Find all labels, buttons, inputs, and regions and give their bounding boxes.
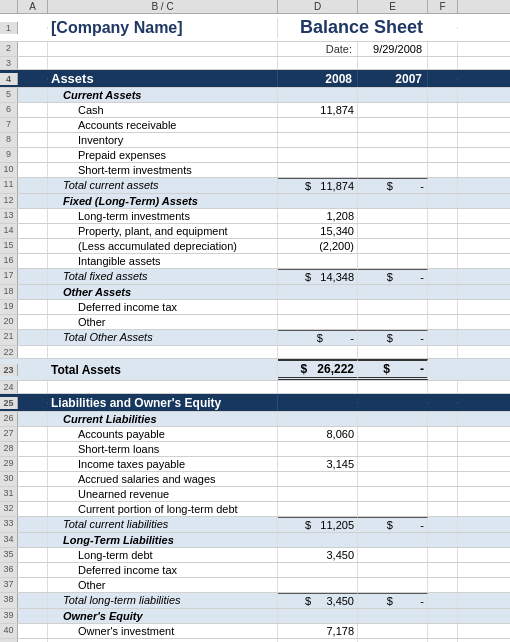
prepaid-expenses-label: Prepaid expenses (48, 148, 278, 162)
company-name: [Company Name] (48, 18, 278, 38)
row-12: 12 Fixed (Long-Term) Assets (0, 194, 510, 209)
row-num-11: 11 (0, 178, 18, 193)
total-current-assets-dollar: $ 11,874 (278, 178, 358, 193)
current-portion-ltd-label: Current portion of long-term debt (48, 502, 278, 516)
long-term-investments-label: Long-term investments (48, 209, 278, 223)
row-7: 7 Accounts receivable (0, 118, 510, 133)
row-num-26: 26 (0, 412, 18, 426)
row-18: 18 Other Assets (0, 285, 510, 300)
row-num-25: 25 (0, 397, 18, 409)
cell-2f (428, 42, 458, 56)
total-assets-label: Total Assets (48, 362, 278, 378)
total-fixed-e: $ - (358, 269, 428, 284)
longterm-liab-header: Long-Term Liabilities (48, 533, 278, 547)
row-8: 8 Inventory (0, 133, 510, 148)
row-33: 33 Total current liabilities $ 11,205 $ … (0, 517, 510, 533)
column-headers: A B / C D E F (0, 0, 510, 14)
total-longterm-liab-e: $ - (358, 593, 428, 608)
row-19: 19 Deferred income tax (0, 300, 510, 315)
cell-2c (48, 42, 278, 56)
row-num-12: 12 (0, 194, 18, 208)
liabilities-header: Liabilities and Owner's Equity (48, 395, 278, 411)
row-25-liab-header: 25 Liabilities and Owner's Equity (0, 394, 510, 412)
row-num-2: 2 (0, 42, 18, 56)
deferred-tax-liab-label: Deferred income tax (48, 563, 278, 577)
total-fixed-assets-label: Total fixed assets (48, 269, 278, 284)
intangible-assets-label: Intangible assets (48, 254, 278, 268)
accum-depreciation-label: (Less accumulated depreciation) (48, 239, 278, 253)
long-term-debt-label: Long-term debt (48, 548, 278, 562)
date-value: 9/29/2008 (358, 42, 428, 56)
row-38: 38 Total long-term liabilities $ 3,450 $… (0, 593, 510, 609)
row-num-16: 16 (0, 254, 18, 268)
total-longterm-liab-d: $ 3,450 (278, 593, 358, 608)
total-other-e: $ - (358, 330, 428, 345)
row-num-38: 38 (0, 593, 18, 608)
other-assets-header: Other Assets (48, 285, 278, 299)
total-current-assets-label: Total current assets (48, 178, 278, 193)
row-39: 39 Owner's Equity (0, 609, 510, 624)
accrued-salaries-label: Accrued salaries and wages (48, 472, 278, 486)
row-23: 23 Total Assets $ 26,222 $ - (0, 359, 510, 381)
row-31: 31 Unearned revenue (0, 487, 510, 502)
row-21: 21 Total Other Assets $ - $ - (0, 330, 510, 346)
row-24: 24 (0, 381, 510, 394)
row-20: 20 Other (0, 315, 510, 330)
row-num-24: 24 (0, 381, 18, 393)
total-current-assets-e: $ - (358, 178, 428, 193)
total-other-assets-label: Total Other Assets (48, 330, 278, 345)
row-28: 28 Short-term loans (0, 442, 510, 457)
row-num-23: 23 (0, 364, 18, 376)
current-liab-header: Current Liabilities (48, 412, 278, 426)
row-3: 3 (0, 57, 510, 70)
total-longterm-liab-label: Total long-term liabilities (48, 593, 278, 608)
row-num-19: 19 (0, 300, 18, 314)
short-term-loans-label: Short-term loans (48, 442, 278, 456)
row-num-4: 4 (0, 73, 18, 85)
row-30: 30 Accrued salaries and wages (0, 472, 510, 487)
assets-label: Assets (48, 70, 278, 87)
row-num-39: 39 (0, 609, 18, 623)
row-37: 37 Other (0, 578, 510, 593)
row-10: 10 Short-term investments (0, 163, 510, 178)
year2-header: 2007 (358, 71, 428, 87)
row-num-3: 3 (0, 57, 18, 69)
fixed-assets-header: Fixed (Long-Term) Assets (48, 194, 278, 208)
income-taxes-payable-d: 3,145 (278, 457, 358, 471)
total-fixed-d: $ 14,348 (278, 269, 358, 284)
short-term-investments-label: Short-term investments (48, 163, 278, 177)
row-num-21: 21 (0, 330, 18, 345)
owners-equity-header: Owner's Equity (48, 609, 278, 623)
row-40: 40 Owner's investment 7,178 (0, 624, 510, 639)
row-17: 17 Total fixed assets $ 14,348 $ - (0, 269, 510, 285)
total-current-liab-e: $ - (358, 517, 428, 532)
row-num-5: 5 (0, 88, 18, 102)
row-9: 9 Prepaid expenses (0, 148, 510, 163)
row-13: 13 Long-term investments 1,208 (0, 209, 510, 224)
row-num-35: 35 (0, 548, 18, 562)
row-num-40: 40 (0, 624, 18, 638)
unearned-revenue-label: Unearned revenue (48, 487, 278, 501)
total-current-liab-d: $ 11,205 (278, 517, 358, 532)
row-num-20: 20 (0, 315, 18, 329)
long-term-debt-d: 3,450 (278, 548, 358, 562)
deferred-tax-asset-label: Deferred income tax (48, 300, 278, 314)
row-35: 35 Long-term debt 3,450 (0, 548, 510, 563)
owners-investment-d: 7,178 (278, 624, 358, 638)
row-4-assets-header: 4 Assets 2008 2007 (0, 70, 510, 88)
cash-label: Cash (48, 103, 278, 117)
col-header-a: A (18, 0, 48, 13)
row-num-30: 30 (0, 472, 18, 486)
accounts-receivable-label: Accounts receivable (48, 118, 278, 132)
row-26: 26 Current Liabilities (0, 412, 510, 427)
date-label: Date: (278, 42, 358, 56)
row-num-17: 17 (0, 269, 18, 284)
row-num-29: 29 (0, 457, 18, 471)
accounts-payable-label: Accounts payable (48, 427, 278, 441)
row-num-28: 28 (0, 442, 18, 456)
row-11: 11 Total current assets $ 11,874 $ - (0, 178, 510, 194)
cell-1f (428, 27, 458, 29)
row-num-31: 31 (0, 487, 18, 501)
row-num-15: 15 (0, 239, 18, 253)
total-assets-e: $ - (358, 359, 428, 380)
